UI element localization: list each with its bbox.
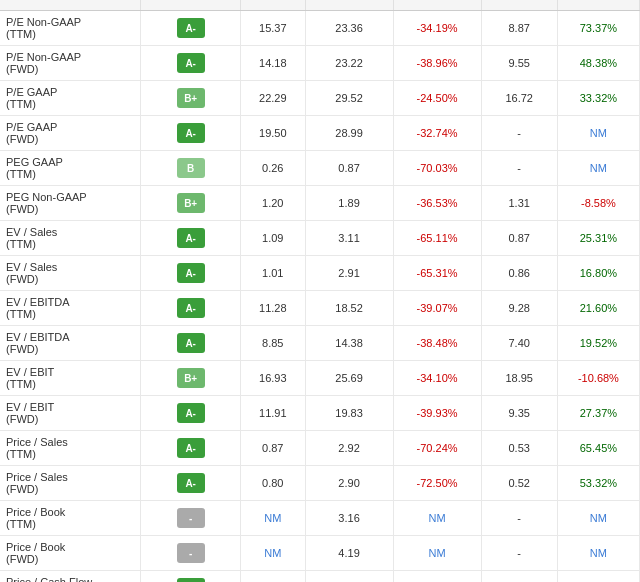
grade-cell: A-	[141, 256, 241, 291]
diff-to-5y-avg: 48.38%	[557, 46, 639, 81]
diff-to-sector: -65.11%	[393, 221, 481, 256]
metric-name: P/E Non-GAAP(FWD)	[0, 46, 141, 81]
grade-cell: B+	[141, 186, 241, 221]
sector-median: 19.16	[305, 571, 393, 583]
diff-to-sector: -38.48%	[393, 326, 481, 361]
grade-badge: A-	[177, 473, 205, 493]
dell-5y-avg: 9.35	[481, 396, 557, 431]
dell-5y-avg: 5.99	[481, 571, 557, 583]
diff-to-5y-avg: 16.80%	[557, 256, 639, 291]
table-row: P/E GAAP(FWD)A-19.5028.99-32.74%-NM	[0, 116, 640, 151]
metric-name: PEG Non-GAAP(FWD)	[0, 186, 141, 221]
diff-to-5y-avg: NM	[557, 151, 639, 186]
dell-5y-avg: 1.31	[481, 186, 557, 221]
grade-badge: A-	[177, 333, 205, 353]
diff-to-sector: NM	[393, 536, 481, 571]
sector-median: 29.52	[305, 81, 393, 116]
dell-value: 1.09	[241, 221, 306, 256]
header-dell-avg	[481, 0, 557, 11]
grade-badge: A-	[177, 53, 205, 73]
dell-5y-avg: 9.28	[481, 291, 557, 326]
dell-value: 22.29	[241, 81, 306, 116]
table-row: P/E GAAP(TTM)B+22.2929.52-24.50%16.7233.…	[0, 81, 640, 116]
header-diff-avg	[557, 0, 639, 11]
metric-name: Price / Sales(TTM)	[0, 431, 141, 466]
grade-badge: A-	[177, 578, 205, 582]
diff-to-sector: -39.07%	[393, 291, 481, 326]
diff-to-sector: -65.31%	[393, 256, 481, 291]
sector-median: 4.19	[305, 536, 393, 571]
dell-5y-avg: 9.55	[481, 46, 557, 81]
metric-name: P/E GAAP(FWD)	[0, 116, 141, 151]
dell-5y-avg: -	[481, 501, 557, 536]
metric-name: P/E GAAP(TTM)	[0, 81, 141, 116]
metric-name: Price / Book(TTM)	[0, 501, 141, 536]
table-row: EV / Sales(TTM)A-1.093.11-65.11%0.8725.3…	[0, 221, 640, 256]
header-dell	[241, 0, 306, 11]
sector-median: 18.52	[305, 291, 393, 326]
metric-name: P/E Non-GAAP(TTM)	[0, 11, 141, 46]
dell-value: 9.71	[241, 571, 306, 583]
sector-median: 19.83	[305, 396, 393, 431]
table-row: EV / EBITDA(TTM)A-11.2818.52-39.07%9.282…	[0, 291, 640, 326]
grade-cell: B+	[141, 361, 241, 396]
dell-value: 0.80	[241, 466, 306, 501]
dell-5y-avg: 8.87	[481, 11, 557, 46]
diff-to-5y-avg: 19.52%	[557, 326, 639, 361]
grade-badge: B	[177, 158, 205, 178]
dell-5y-avg: -	[481, 536, 557, 571]
grade-cell: -	[141, 536, 241, 571]
diff-to-5y-avg: 21.60%	[557, 291, 639, 326]
diff-to-5y-avg: -10.68%	[557, 361, 639, 396]
sector-median: 23.36	[305, 11, 393, 46]
table-row: Price / Cash Flow(TTM)A-9.7119.16-49.35%…	[0, 571, 640, 583]
metric-name: Price / Sales(FWD)	[0, 466, 141, 501]
metric-name: EV / EBITDA(TTM)	[0, 291, 141, 326]
sector-median: 3.11	[305, 221, 393, 256]
diff-to-sector: -34.19%	[393, 11, 481, 46]
dell-value: 14.18	[241, 46, 306, 81]
diff-to-sector: -49.35%	[393, 571, 481, 583]
diff-to-sector: -34.10%	[393, 361, 481, 396]
sector-median: 1.89	[305, 186, 393, 221]
metric-name: Price / Book(FWD)	[0, 536, 141, 571]
grade-badge: -	[177, 543, 205, 563]
metric-name: EV / Sales(TTM)	[0, 221, 141, 256]
grade-badge: B+	[177, 88, 205, 108]
dell-5y-avg: -	[481, 116, 557, 151]
dell-value: 15.37	[241, 11, 306, 46]
sector-median: 25.69	[305, 361, 393, 396]
grade-badge: -	[177, 508, 205, 528]
sector-median: 2.92	[305, 431, 393, 466]
metric-name: EV / EBIT(TTM)	[0, 361, 141, 396]
diff-to-sector: -70.03%	[393, 151, 481, 186]
diff-to-5y-avg: 27.37%	[557, 396, 639, 431]
grade-cell: A-	[141, 396, 241, 431]
dell-5y-avg: 0.87	[481, 221, 557, 256]
diff-to-5y-avg: NM	[557, 116, 639, 151]
diff-to-5y-avg: NM	[557, 536, 639, 571]
grade-cell: A-	[141, 116, 241, 151]
metric-name: EV / Sales(FWD)	[0, 256, 141, 291]
dell-value: 19.50	[241, 116, 306, 151]
grade-cell: -	[141, 501, 241, 536]
grade-badge: A-	[177, 263, 205, 283]
table-row: Price / Sales(FWD)A-0.802.90-72.50%0.525…	[0, 466, 640, 501]
dell-5y-avg: 7.40	[481, 326, 557, 361]
metric-name: Price / Cash Flow(TTM)	[0, 571, 141, 583]
dell-value: 11.28	[241, 291, 306, 326]
grade-cell: A-	[141, 11, 241, 46]
dell-5y-avg: 16.72	[481, 81, 557, 116]
dell-5y-avg: 0.52	[481, 466, 557, 501]
grade-cell: A-	[141, 291, 241, 326]
grade-badge: B+	[177, 368, 205, 388]
table-row: P/E Non-GAAP(TTM)A-15.3723.36-34.19%8.87…	[0, 11, 640, 46]
dell-5y-avg: 18.95	[481, 361, 557, 396]
dell-value: 1.01	[241, 256, 306, 291]
diff-to-5y-avg: 73.37%	[557, 11, 639, 46]
diff-to-5y-avg: 62.13%	[557, 571, 639, 583]
grade-badge: A-	[177, 18, 205, 38]
grade-badge: A-	[177, 123, 205, 143]
table-row: Price / Book(FWD)-NM4.19NM-NM	[0, 536, 640, 571]
grade-cell: A-	[141, 221, 241, 256]
